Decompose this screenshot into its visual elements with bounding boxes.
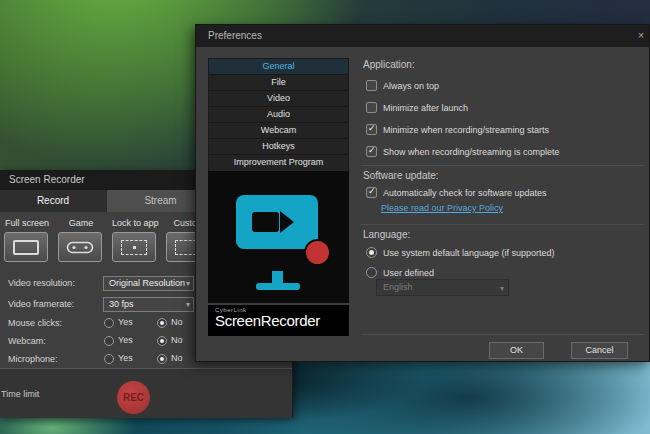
webcam-yes-label: Yes [118,335,133,345]
dialog-title: Preferences [208,30,262,41]
privacy-policy-link[interactable]: Please read our Privacy Policy [381,203,503,213]
show-when-complete-checkbox[interactable]: ✓ [366,146,377,157]
setting-video-resolution: Video resolution: Original Resolution ▾ [0,276,200,292]
preferences-nav: General File Video Audio Webcam Hotkeys … [208,58,349,172]
product-name: ScreenRecorder [215,312,349,329]
setting-video-framerate: Video framerate: 30 fps ▾ [0,297,200,313]
mode-full-screen: Full screen [4,216,50,262]
language-dropdown[interactable]: English ▾ [376,279,509,296]
microphone-label: Microphone: [8,354,58,364]
video-framerate-value: 30 fps [109,299,134,309]
recorder-window-title: Screen Recorder [9,174,85,185]
system-default-language-radio[interactable] [366,247,377,258]
video-resolution-dropdown[interactable]: Original Resolution ▾ [103,276,194,291]
webcam-label: Webcam: [8,336,46,346]
logo-wordmark: CyberLink ScreenRecorder [208,305,349,336]
mode-label-full-screen: Full screen [4,216,50,230]
webcam-yes-radio[interactable] [104,336,114,346]
chevron-down-icon: ▾ [500,281,504,296]
monitor-camera-icon [236,195,318,249]
mode-game: Game [58,216,104,262]
desktop: Screen Recorder Record Stream Full scree… [0,0,650,434]
mouse-clicks-yes-radio[interactable] [104,318,114,328]
time-limit-label: Time limit [1,389,39,399]
webcam-no-radio[interactable] [157,336,167,346]
lock-to-app-button[interactable] [112,232,156,262]
gamepad-icon [66,239,94,256]
mouse-clicks-no-radio[interactable] [157,318,167,328]
microphone-yes-radio[interactable] [104,354,114,364]
mouse-clicks-no-label: No [171,317,183,327]
application-section-header: Application: [363,59,415,70]
section-divider [361,224,644,225]
screenrecorder-logo [208,171,349,303]
nav-item-webcam[interactable]: Webcam [209,123,348,139]
language-dropdown-value: English [383,282,413,292]
language-section-header: Language: [363,229,410,240]
auto-update-checkbox[interactable]: ✓ [366,187,377,198]
video-resolution-label: Video resolution: [8,278,75,288]
always-on-top-label: Always on top [383,81,439,91]
mode-lock-to-app: Lock to app [112,216,158,262]
mode-label-lock-to-app: Lock to app [112,216,158,230]
fullscreen-icon [13,240,39,255]
chevron-down-icon: ▾ [186,298,190,311]
webcam-no-label: No [171,335,183,345]
minimize-after-launch-checkbox[interactable] [366,102,377,113]
mouse-clicks-label: Mouse clicks: [8,318,62,328]
show-when-complete-label: Show when recording/streaming is complet… [383,147,560,157]
setting-microphone: Microphone: Yes No [0,352,200,368]
mouse-clicks-yes-label: Yes [118,317,133,327]
video-framerate-dropdown[interactable]: 30 fps ▾ [103,297,194,312]
minimize-after-launch-label: Minimize after launch [383,103,468,113]
always-on-top-checkbox[interactable] [366,80,377,91]
video-framerate-label: Video framerate: [8,299,74,309]
game-button[interactable] [58,232,102,262]
nav-item-file[interactable]: File [209,75,348,91]
minimize-when-recording-checkbox[interactable]: ✓ [366,124,377,135]
software-update-section-header: Software update: [363,170,439,181]
setting-webcam: Webcam: Yes No [0,334,200,350]
preferences-dialog: Preferences × General File Video Audio W… [195,24,650,362]
user-defined-language-label: User defined [383,268,434,278]
nav-item-general[interactable]: General [209,59,348,75]
tab-record[interactable]: Record [0,190,107,212]
record-dot-icon [304,239,331,266]
user-defined-language-radio[interactable] [366,267,377,278]
minimize-when-recording-label: Minimize when recording/streaming starts [383,125,549,135]
cancel-button[interactable]: Cancel [571,342,628,359]
recorder-footer: Time limit REC [0,368,292,418]
nav-item-audio[interactable]: Audio [209,107,348,123]
nav-item-video[interactable]: Video [209,91,348,107]
full-screen-button[interactable] [4,232,48,262]
mode-label-game: Game [58,216,104,230]
chevron-down-icon: ▾ [186,277,190,290]
dialog-titlebar[interactable]: Preferences × [196,25,649,47]
rec-button[interactable]: REC [117,381,150,414]
ok-button[interactable]: OK [489,342,544,359]
microphone-yes-label: Yes [118,353,133,363]
rec-button-label: REC [123,392,144,403]
nav-item-hotkeys[interactable]: Hotkeys [209,139,348,155]
setting-mouse-clicks: Mouse clicks: Yes No [0,316,200,332]
close-icon[interactable]: × [635,29,647,41]
microphone-no-label: No [171,353,183,363]
nav-item-improvement-program[interactable]: Improvement Program [209,155,348,171]
system-default-language-label: Use system default language (if supporte… [383,248,555,258]
video-resolution-value: Original Resolution [109,278,185,288]
auto-update-label: Automatically check for software updates [383,188,547,198]
lock-to-app-icon [121,240,147,255]
footer-divider [361,334,644,335]
microphone-no-radio[interactable] [157,354,167,364]
section-divider [361,165,644,166]
